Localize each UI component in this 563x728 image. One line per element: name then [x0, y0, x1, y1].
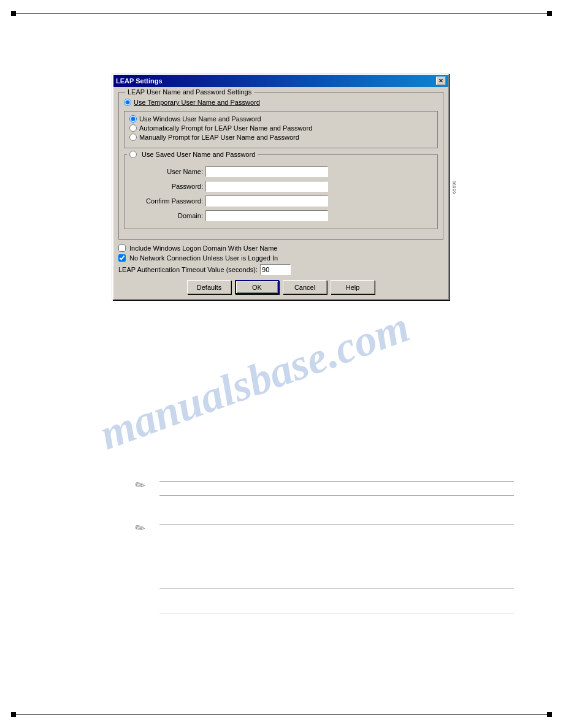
manual-prompt-radio-label: Manually Prompt for LEAP User Name and P… [139, 134, 299, 141]
ok-button[interactable]: OK [235, 280, 279, 294]
watermark: manualsbase.com [93, 301, 416, 460]
timeout-input[interactable] [260, 264, 291, 275]
domain-row: Domain: [129, 210, 432, 221]
dialog-titlebar: LEAP Settings ✕ [113, 75, 448, 87]
note-icon-1: ✏ [134, 477, 147, 494]
border-bottom [16, 714, 547, 715]
note-line-1b [159, 495, 514, 496]
username-input[interactable] [205, 166, 328, 177]
defaults-button[interactable]: Defaults [187, 280, 231, 294]
leap-settings-dialog: LEAP Settings ✕ LEAP User Name and Passw… [112, 74, 450, 300]
domain-label: Domain: [129, 212, 203, 219]
timeout-label: LEAP Authentication Timeout Value (secon… [118, 266, 258, 273]
dialog-buttons: Defaults OK Cancel Help [118, 280, 443, 294]
saved-radio-input[interactable] [129, 151, 137, 158]
saved-user-group: Use Saved User Name and Password User Na… [124, 154, 438, 229]
windows-radio-row[interactable]: Use Windows User Name and Password [129, 115, 432, 123]
lower-line-2 [159, 613, 514, 613]
note-icon-2: ✏ [134, 520, 147, 537]
no-network-checkbox-row[interactable]: No Network Connection Unless User is Log… [118, 254, 443, 262]
manual-prompt-radio-input[interactable] [129, 134, 137, 141]
timeout-row: LEAP Authentication Timeout Value (secon… [118, 264, 443, 275]
auto-prompt-radio-row[interactable]: Automatically Prompt for LEAP User Name … [129, 124, 432, 132]
windows-radio-label: Use Windows User Name and Password [139, 115, 261, 123]
password-input[interactable] [205, 181, 328, 192]
no-network-checkbox[interactable] [118, 254, 126, 262]
include-domain-checkbox-row[interactable]: Include Windows Logon Domain With User N… [118, 245, 443, 252]
temporary-radio-input[interactable] [124, 99, 131, 106]
temporary-radio-row[interactable]: Use Temporary User Name and Password [124, 99, 438, 106]
help-button[interactable]: Help [331, 280, 375, 294]
dialog-content: LEAP User Name and Password Settings Use… [113, 87, 448, 299]
dialog-container: LEAP Settings ✕ LEAP User Name and Passw… [112, 74, 450, 300]
note-line-1a [159, 481, 514, 482]
corner-mark-br [547, 712, 552, 717]
dialog-title: LEAP Settings [116, 77, 436, 85]
corner-mark-tl [11, 11, 16, 16]
manual-prompt-radio-row[interactable]: Manually Prompt for LEAP User Name and P… [129, 134, 432, 141]
side-number-text: 65690 [452, 180, 456, 194]
saved-group-legend-label: Use Saved User Name and Password [142, 151, 255, 158]
auto-prompt-radio-input[interactable] [129, 124, 137, 132]
side-number: 65690 [450, 75, 458, 299]
saved-group-legend[interactable]: Use Saved User Name and Password [127, 151, 258, 158]
temporary-radio-label: Use Temporary User Name and Password [134, 99, 260, 106]
lower-line-1 [159, 588, 514, 589]
cancel-button[interactable]: Cancel [283, 280, 327, 294]
no-network-label: No Network Connection Unless User is Log… [129, 254, 278, 262]
password-label: Password: [129, 183, 203, 190]
leap-settings-group-legend: LEAP User Name and Password Settings [125, 88, 254, 96]
auto-prompt-radio-label: Automatically Prompt for LEAP User Name … [139, 124, 312, 132]
corner-mark-tr [547, 11, 552, 16]
confirm-password-input[interactable] [205, 195, 328, 207]
domain-input[interactable] [205, 210, 328, 221]
note-line-2a [159, 524, 514, 525]
leap-settings-group: LEAP User Name and Password Settings Use… [118, 92, 443, 240]
dialog-close-button[interactable]: ✕ [436, 77, 446, 85]
password-row: Password: [129, 181, 432, 192]
username-label: User Name: [129, 168, 203, 175]
username-row: User Name: [129, 166, 432, 177]
border-top [16, 13, 547, 14]
temp-inner-group: Use Windows User Name and Password Autom… [124, 111, 438, 148]
saved-fields-container: User Name: Password: Confirm Password: [129, 166, 432, 221]
corner-mark-bl [11, 712, 16, 717]
confirm-password-row: Confirm Password: [129, 195, 432, 207]
windows-radio-input[interactable] [129, 115, 137, 123]
include-domain-checkbox[interactable] [118, 245, 126, 252]
include-domain-label: Include Windows Logon Domain With User N… [129, 245, 278, 252]
confirm-password-label: Confirm Password: [129, 197, 203, 205]
